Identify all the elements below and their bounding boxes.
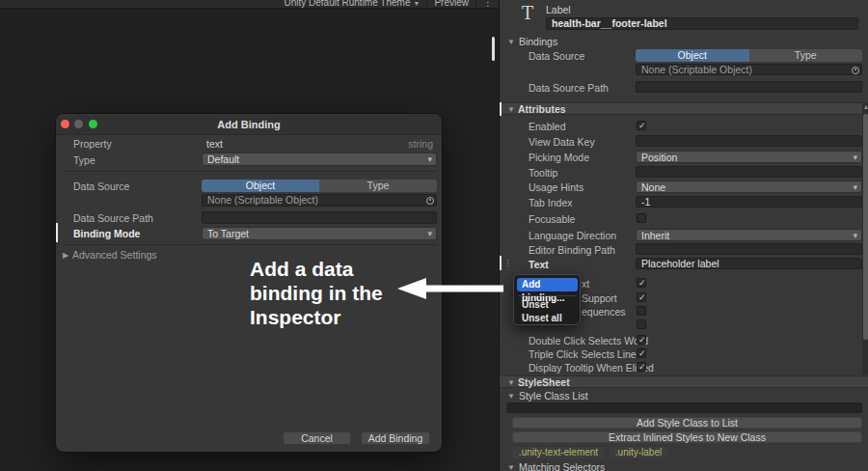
tab-object[interactable]: Object [636,49,749,62]
attr-row-triple-click: Triple Click Selects Line ✓ [500,347,862,360]
dialog-titlebar[interactable]: Add Binding [56,114,442,135]
style-class-input[interactable] [506,402,862,413]
checkbox[interactable] [637,306,646,316]
toolbar-divider [426,0,427,8]
picking-mode-dropdown[interactable]: Position [636,151,862,163]
attr-row-tooltip: Tooltip [500,166,862,179]
data-source-path-row: Data Source Path [500,81,862,94]
text-element-icon: T [518,3,537,23]
extract-styles-button[interactable]: Extract Inlined Styles to New Class [512,431,862,443]
property-label: Property [73,138,112,150]
attr-row-language-direction: Language Direction Inherit [500,229,862,241]
annotation-arrow [395,276,505,301]
preview-button[interactable]: Preview [434,0,469,8]
tab-type[interactable]: Type [319,180,437,192]
type-dropdown[interactable]: Default [202,152,437,166]
add-style-class-button[interactable]: Add Style Class to List [512,417,862,429]
add-binding-button[interactable]: Add Binding [361,431,430,445]
menu-item-unset[interactable]: Unset [522,298,578,311]
attr-row-tab-index: Tab Index -1 [500,196,862,208]
data-source-label: Data Source [529,50,584,62]
tab-object[interactable]: Object [202,180,319,192]
element-name-field[interactable]: health-bar__footer-label [546,17,858,30]
attributes-section-header[interactable]: ▼ Attributes [500,102,862,115]
view-data-key-field[interactable] [636,135,862,147]
chevron-down-icon: ▼ [507,38,515,46]
data-source-row: Data Source Object Type [500,49,862,62]
attr-row-display-tooltip: Display Tooltip When Elided ✓ [500,361,862,374]
tab-type[interactable]: Type [749,49,863,62]
matching-selectors-foldout[interactable]: ▼ Matching Selectors [507,461,605,471]
toolbar-divider [475,0,476,8]
object-picker-icon[interactable] [426,197,434,205]
left-pane-scroll-indicator[interactable] [492,37,495,61]
attr-row-focusable: Focusable [500,212,862,225]
text-field[interactable]: Placeholder label [636,258,862,269]
binding-mode-label: Binding Mode [73,228,140,239]
chevron-down-icon: ▼ [413,0,420,7]
modified-indicator [500,102,502,116]
triple-click-checkbox[interactable]: ✓ [637,348,646,358]
theme-dropdown-label: Unity Default Runtime Theme [285,0,411,8]
chevron-down-icon: ▼ [507,463,515,471]
chevron-down-icon: ▼ [507,105,515,114]
attr-row-usage-hints: Usage Hints None [500,180,862,193]
add-binding-dialog: Add Binding Property text string Type De… [55,113,443,453]
object-picker-icon[interactable] [852,67,859,74]
chevron-right-icon: ▶ [63,251,68,260]
style-class-list-foldout[interactable]: ▼ Style Class List [507,390,588,402]
data-source-label: Data Source [73,180,129,192]
attr-row-text: ⋮ Text Placeholder label [500,258,862,270]
checkbox[interactable]: ✓ [637,292,646,302]
class-pill-text-element[interactable]: .unity-text-element [512,447,605,458]
attr-row-double-click: Double Click Selects Word ✓ [500,334,862,346]
cancel-button[interactable]: Cancel [283,431,351,445]
attr-row-view-data-key: View Data Key [500,135,862,148]
chevron-down-icon: ▼ [507,392,515,401]
language-direction-dropdown[interactable]: Inherit [636,229,862,241]
data-source-path-label: Data Source Path [529,82,609,94]
divider [64,171,437,172]
modified-indicator [56,223,58,242]
kebab-menu-icon[interactable]: ⋮ [483,0,493,8]
menu-item-add-binding[interactable]: Add binding... [517,278,578,291]
screenshot-root: Unity Default Runtime Theme▼ Preview ⋮ A… [0,0,868,471]
checkbox[interactable] [637,319,646,329]
tooltip-field[interactable] [636,166,862,178]
attr-row-enabled: Enabled ✓ [500,120,862,132]
advanced-settings-foldout[interactable]: Advanced Settings [72,249,157,261]
viewport-toolbar: Unity Default Runtime Theme▼ Preview ⋮ [0,0,499,9]
object-reference-field[interactable]: None (Scriptable Object) [202,194,437,207]
binding-context-menu: Add binding... Unset Unset all [513,274,581,325]
object-reference-field[interactable]: None (Scriptable Object) [636,64,862,75]
chevron-down-icon: ▼ [507,378,515,387]
data-source-path-field[interactable] [636,81,862,93]
binding-mode-dropdown[interactable]: To Target [202,227,437,240]
usage-hints-dropdown[interactable]: None [636,180,862,193]
menu-item-unset-all[interactable]: Unset all [522,312,578,324]
checkbox[interactable]: ✓ [637,278,646,288]
stylesheet-section-header[interactable]: ▼ StyleSheet [500,375,868,388]
double-click-checkbox[interactable]: ✓ [637,335,646,345]
bindings-foldout[interactable]: ▼ Bindings [507,36,557,47]
enabled-checkbox[interactable]: ✓ [637,121,646,130]
focusable-checkbox[interactable] [637,213,646,223]
type-label: Type [73,154,95,166]
data-source-path-field[interactable] [202,211,437,224]
tab-index-field[interactable]: -1 [636,196,862,208]
scroll-up-icon[interactable] [864,105,868,109]
element-type-label: Label [546,4,571,15]
display-tooltip-checkbox[interactable]: ✓ [637,362,646,372]
divider [64,244,437,245]
class-pill-label[interactable]: .unity-label [610,447,667,458]
theme-dropdown[interactable]: Unity Default Runtime Theme▼ [285,0,420,8]
scrollbar-thumb[interactable] [863,114,868,340]
object-reference-row: None (Scriptable Object) [500,64,862,76]
scrollbar[interactable] [862,102,868,374]
menu-divider [518,295,577,296]
modified-indicator [500,256,502,270]
drag-handle-icon[interactable]: ⋮ [503,258,511,267]
annotation-text: Add a data binding in the Inspector [250,257,383,329]
inspector-panel: T Label health-bar__footer-label ▼ Bindi… [499,0,868,471]
editor-binding-path-field[interactable] [636,243,862,255]
